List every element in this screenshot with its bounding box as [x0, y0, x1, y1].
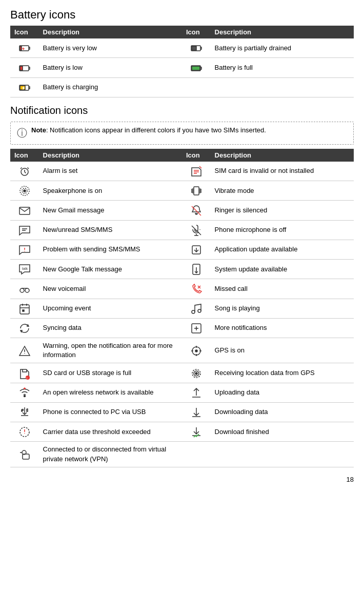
- downloading-data-icon: [182, 402, 211, 422]
- table-row: Connected to or disconnected from virtua…: [10, 442, 354, 467]
- notif-desc2: SIM card is invalid or not installed: [211, 162, 354, 181]
- battery-desc1: Battery is low: [39, 58, 182, 77]
- table-row: New Gmail message Ringer is silenced: [10, 201, 354, 220]
- table-row: Alarm is set SIM card is invalid or not …: [10, 162, 354, 181]
- table-row: ! SD card or USB storage is full Receivi…: [10, 363, 354, 383]
- sms-problem-icon: [10, 240, 39, 259]
- open-wifi-icon: [10, 383, 39, 402]
- svg-point-33: [195, 372, 197, 375]
- uploading-data-icon: [182, 383, 211, 402]
- notif-desc2: Download finished: [211, 422, 354, 442]
- notif-desc1: Problem with sending SMS/MMS: [39, 240, 182, 259]
- song-playing-icon: [182, 299, 211, 318]
- table-row: Carrier data use threshold exceeded Down…: [10, 422, 354, 442]
- battery-table: Icon Description Icon Description Batter…: [10, 26, 354, 97]
- note-box: ⓘ Note: Notification icons appear in dif…: [10, 122, 354, 145]
- notification-table: Icon Description Icon Description Alarm …: [10, 149, 354, 467]
- notif-desc1: Syncing data: [39, 318, 182, 338]
- notif-desc1: Phone is connected to PC via USB: [39, 402, 182, 422]
- notif-desc2: Application update available: [211, 240, 354, 259]
- svg-rect-14: [194, 187, 199, 195]
- receiving-location-icon: [182, 363, 211, 383]
- table-row: Syncing data More notifications: [10, 318, 354, 338]
- syncing-data-icon: [10, 318, 39, 338]
- info-icon: ⓘ: [17, 126, 27, 140]
- notif-desc2: [211, 442, 354, 467]
- battery-col-desc1: Description: [39, 26, 182, 38]
- table-row: Battery is low Battery is full: [10, 58, 354, 77]
- sim-invalid-icon: [182, 162, 211, 181]
- svg-rect-7: [192, 66, 200, 70]
- battery-section-title: Battery icons: [10, 8, 354, 22]
- notif-desc2: System update available: [211, 260, 354, 279]
- google-talk-icon: talk: [10, 260, 39, 279]
- svg-rect-1: [20, 46, 22, 50]
- battery-col-icon2: Icon: [182, 26, 211, 38]
- battery-desc2: Battery is partially drained: [211, 38, 354, 58]
- battery-col-icon1: Icon: [10, 26, 39, 38]
- table-row: Phone is connected to PC via USB Downloa…: [10, 402, 354, 422]
- battery-desc2: [211, 77, 354, 97]
- notif-col-icon2: Icon: [182, 149, 211, 162]
- notif-desc1: New/unread SMS/MMS: [39, 220, 182, 240]
- app-update-icon: [182, 240, 211, 259]
- svg-point-29: [195, 350, 197, 352]
- notif-desc2: More notifications: [211, 318, 354, 338]
- svg-point-21: [20, 288, 24, 292]
- gps-on-icon: [182, 338, 211, 363]
- table-row: Upcoming event Song is playing: [10, 299, 354, 318]
- pc-usb-icon: [10, 402, 39, 422]
- svg-rect-23: [20, 305, 29, 314]
- table-row: New/unread SMS/MMS Phone microphone is o…: [10, 220, 354, 240]
- battery-desc1: Battery is very low: [39, 38, 182, 58]
- table-row: An open wireless network is available Up…: [10, 383, 354, 402]
- new-voicemail-icon: [10, 279, 39, 299]
- svg-rect-5: [20, 66, 23, 70]
- notif-desc1: Warning, open the notification area for …: [39, 338, 182, 363]
- notif-desc1: Carrier data use threshold exceeded: [39, 422, 182, 442]
- notif-col-icon1: Icon: [10, 149, 39, 162]
- table-row: talk New Google Talk message System upda…: [10, 260, 354, 279]
- page-number: 18: [10, 476, 354, 483]
- more-notifications-icon: [182, 318, 211, 338]
- notif-col-desc2: Description: [211, 149, 354, 162]
- notif-desc1: SD card or USB storage is full: [39, 363, 182, 383]
- alarm-set-icon: [10, 162, 39, 181]
- notif-desc1: Speakerphone is on: [39, 181, 182, 201]
- speakerphone-icon: [10, 181, 39, 201]
- notif-desc1: New Gmail message: [39, 201, 182, 220]
- notif-col-desc1: Description: [39, 149, 182, 162]
- notif-desc2: Receiving location data from GPS: [211, 363, 354, 383]
- notif-desc2: Downloading data: [211, 402, 354, 422]
- download-finished-icon: [182, 422, 211, 442]
- notification-section-title: Notification icons: [10, 105, 354, 116]
- battery-low-icon: [10, 58, 39, 77]
- warning-icon: [10, 338, 39, 363]
- note-text: Note: Notification icons appear in diffe…: [31, 126, 266, 134]
- vpn-icon: [10, 442, 39, 467]
- svg-point-22: [25, 288, 29, 292]
- notif-desc1: Alarm is set: [39, 162, 182, 181]
- empty-icon: [182, 442, 211, 467]
- table-row: Speakerphone is on Vibrate mode: [10, 181, 354, 201]
- notif-desc1: Connected to or disconnected from virtua…: [39, 442, 182, 467]
- vibrate-mode-icon: [182, 181, 211, 201]
- table-row: New voicemail Missed call: [10, 279, 354, 299]
- svg-rect-15: [19, 207, 30, 214]
- battery-very-low-icon: [10, 38, 39, 58]
- notif-desc2: Vibrate mode: [211, 181, 354, 201]
- battery-partially-drained-icon: [182, 38, 211, 58]
- battery-desc1: Battery is charging: [39, 77, 182, 97]
- sd-full-icon: !: [10, 363, 39, 383]
- upcoming-event-icon: [10, 299, 39, 318]
- notif-desc2: Uploading data: [211, 383, 354, 402]
- notif-desc2: Song is playing: [211, 299, 354, 318]
- notif-desc2: Phone microphone is off: [211, 220, 354, 240]
- notif-desc1: An open wireless network is available: [39, 383, 182, 402]
- new-gmail-icon: [10, 201, 39, 220]
- table-row: Battery is very low Battery is partially…: [10, 38, 354, 58]
- table-row: Warning, open the notification area for …: [10, 338, 354, 363]
- svg-text:talk: talk: [22, 267, 28, 270]
- svg-rect-24: [23, 310, 24, 311]
- notif-desc1: Upcoming event: [39, 299, 182, 318]
